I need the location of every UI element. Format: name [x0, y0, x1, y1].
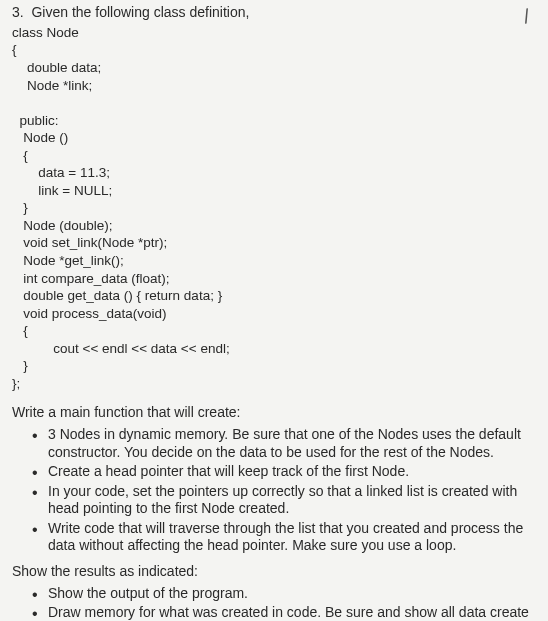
- list-item: 3 Nodes in dynamic memory. Be sure that …: [48, 426, 532, 461]
- section1-list: 3 Nodes in dynamic memory. Be sure that …: [12, 426, 532, 555]
- list-item: Create a head pointer that will keep tra…: [48, 463, 532, 481]
- question-header: 3. Given the following class definition,: [12, 4, 532, 22]
- list-item: Write code that will traverse through th…: [48, 520, 532, 555]
- question-prompt: Given the following class definition,: [31, 4, 249, 20]
- section2-list: Show the output of the program. Draw mem…: [12, 585, 532, 621]
- list-item: Show the output of the program.: [48, 585, 532, 603]
- question-number: 3.: [12, 4, 24, 20]
- list-item: Draw memory for what was created in code…: [48, 604, 532, 621]
- section1-intro: Write a main function that will create:: [12, 404, 532, 422]
- code-block: class Node { double data; Node *link; pu…: [12, 24, 532, 392]
- section2-intro: Show the results as indicated:: [12, 563, 532, 581]
- list-item: In your code, set the pointers up correc…: [48, 483, 532, 518]
